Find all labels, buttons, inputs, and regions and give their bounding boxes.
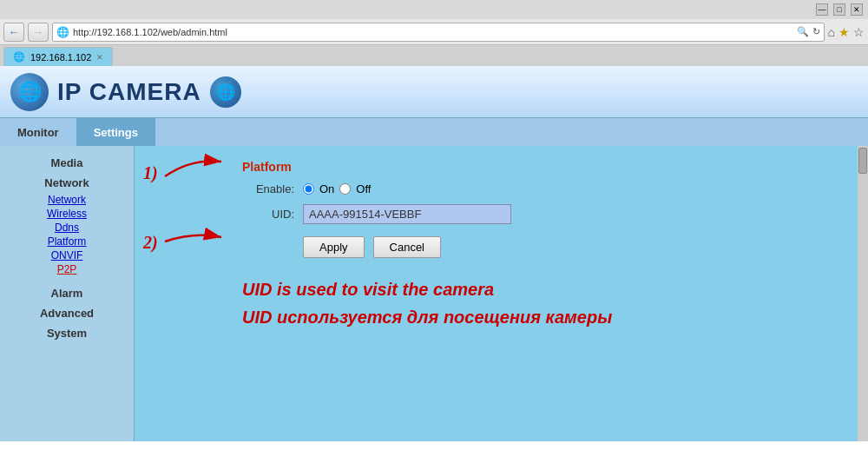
content-area: 1) 2) Platform [135,146,858,441]
browser-tab[interactable]: 🌐 192.168.1.102 ✕ [3,47,113,66]
top-menu: Monitor Settings [0,118,868,146]
radio-on[interactable] [303,183,314,195]
scrollbar[interactable] [858,146,868,441]
sidebar-section-alarm: Alarm [0,283,134,303]
annotation-1: 1) [143,163,158,183]
annotation-2: 2) [143,233,158,253]
minimize-btn[interactable]: — [816,3,828,16]
info-text: UID is used to visit the camera UID испо… [242,275,837,331]
maximize-btn[interactable]: □ [833,3,845,16]
app-title: IP CAMERA [57,78,201,106]
sidebar-section-network: Network [0,173,134,193]
sidebar-link-onvif[interactable]: ONVIF [0,248,134,262]
radio-group: On Off [303,182,371,195]
menu-monitor[interactable]: Monitor [0,118,76,146]
address-bar[interactable]: 🌐 http://192.168.1.102/web/admin.html 🔍 … [52,23,825,42]
refresh-icon[interactable]: ↻ [812,26,820,37]
favorites-icon[interactable]: ☆ [853,25,865,39]
app-logo-icon: 🌐 [10,73,49,111]
sidebar-link-ddns[interactable]: Ddns [0,221,134,235]
main-layout: Media Network Network Wireless Ddns Plat… [0,146,868,441]
tab-icon: 🌐 [13,51,25,63]
address-globe-icon: 🌐 [56,26,69,38]
title-bar: — □ ✕ [0,0,868,19]
search-icon: 🔍 [797,26,809,37]
sidebar-section-advanced: Advanced [0,303,134,323]
sidebar-section-system: System [0,323,134,343]
sidebar-link-p2p[interactable]: P2P [0,262,134,276]
close-btn[interactable]: ✕ [851,3,863,16]
uid-input[interactable] [303,204,511,224]
tab-label: 192.168.1.102 [30,52,91,63]
apply-button[interactable]: Apply [303,236,365,258]
nav-bar: ← → 🌐 http://192.168.1.102/web/admin.htm… [0,19,868,45]
info-line2: UID используется для посещения камеры [242,303,837,331]
sidebar-link-platform[interactable]: Platform [0,235,134,248]
app-globe2-icon: 🌐 [210,76,241,108]
radio-on-label: On [319,182,334,195]
app-header: 🌐 IP CAMERA 🌐 [0,66,868,118]
nav-right: ⌂ ★ ☆ [828,25,865,39]
radio-off-label: Off [356,182,371,195]
scrollbar-thumb[interactable] [858,148,867,174]
radio-off[interactable] [339,183,351,195]
home-icon[interactable]: ⌂ [828,25,835,39]
forward-button[interactable]: → [28,23,49,42]
enable-label: Enable: [242,182,294,195]
cancel-button[interactable]: Cancel [373,236,441,258]
platform-title: Platform [242,160,837,174]
tab-close-icon[interactable]: ✕ [96,53,103,62]
sidebar-section-media: Media [0,153,134,173]
sidebar-link-network[interactable]: Network [0,193,134,207]
info-line1: UID is used to visit the camera [242,275,837,303]
sidebar: Media Network Network Wireless Ddns Plat… [0,146,135,441]
sidebar-link-wireless[interactable]: Wireless [0,207,134,221]
menu-settings[interactable]: Settings [76,118,155,146]
enable-row: Enable: On Off [242,182,837,195]
uid-label: UID: [242,208,294,221]
address-text: http://192.168.1.102/web/admin.html [73,27,793,37]
star-icon[interactable]: ★ [838,25,850,39]
uid-row: UID: [242,204,837,224]
tab-bar: 🌐 192.168.1.102 ✕ [0,45,868,66]
button-row: Apply Cancel [303,236,837,258]
platform-section: Platform Enable: On Off UID: Apply Cance… [242,160,837,331]
back-button[interactable]: ← [3,23,24,42]
